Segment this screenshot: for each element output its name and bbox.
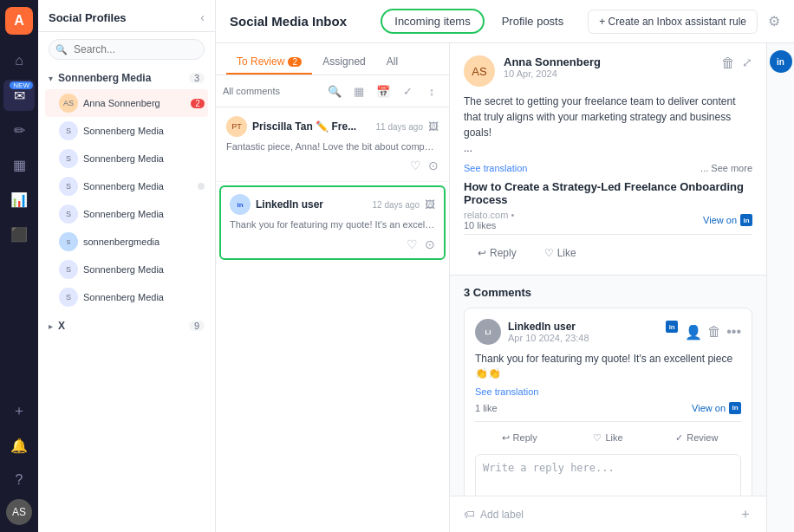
delete-post-icon[interactable]: 🗑 (721, 55, 735, 71)
like-action-icon[interactable]: ♡ (410, 159, 421, 172)
right-panel: in (766, 43, 794, 532)
message-avatar: PT (226, 116, 247, 137)
post-link-meta: relato.com • 10 likes (464, 210, 514, 230)
inbox-message-2[interactable]: in LinkedIn user 12 days ago 🖼 Thank you… (219, 185, 446, 259)
linkedin-badge-icon: in (740, 214, 752, 226)
sidebar-item-anna-sonnenberg[interactable]: AS Anna Sonnenberg 2 (45, 89, 208, 117)
comments-title: 3 Comments (464, 286, 752, 299)
post-author-avatar: AS (464, 55, 495, 87)
message-header: in LinkedIn user 12 days ago 🖼 (230, 194, 435, 215)
post-author-name: Anna Sonnenberg (504, 55, 601, 68)
linkedin-profile-icon[interactable]: in (770, 50, 792, 73)
comment-meta-row: See translation (475, 386, 741, 397)
comment-view-on-linkedin[interactable]: View on in (692, 402, 741, 414)
message-author: LinkedIn user (256, 198, 368, 211)
main-content: Social Media Inbox Incoming items Profil… (216, 0, 794, 532)
reply-box: 💬 😊 Send (475, 454, 741, 496)
home-nav-icon[interactable]: ⌂ (3, 45, 35, 76)
analytics-nav-icon[interactable]: 📊 (3, 184, 35, 215)
image-indicator-icon: 🖼 (425, 198, 435, 211)
linkedin-badge-icon: in (666, 321, 678, 333)
image-filter-icon[interactable]: ▦ (348, 81, 369, 101)
inbox-badge: NEW (10, 81, 33, 89)
tab-incoming-items[interactable]: Incoming items (381, 9, 484, 34)
comment-right-actions: 👤 🗑 ••• (685, 324, 741, 341)
sidebar-group-x: ▸ X 9 (38, 315, 215, 337)
bell-nav-icon[interactable]: 🔔 (3, 430, 35, 461)
tab-all[interactable]: All (376, 50, 408, 75)
like-action-icon[interactable]: ♡ (407, 237, 418, 251)
comment-more-icon[interactable]: ••• (726, 324, 741, 340)
post-text: The secret to getting your freelance tea… (464, 94, 752, 156)
search-input[interactable] (49, 39, 205, 60)
sidebar-item-sonnenberg-5[interactable]: s sonnenbergmedia (45, 228, 208, 256)
comment-assign-icon[interactable]: 👤 (685, 324, 702, 341)
comment-translate-link[interactable]: See translation (475, 386, 538, 397)
comment-date: Apr 10 2024, 23:48 (508, 333, 678, 343)
x-group-header[interactable]: ▸ X 9 (45, 315, 208, 337)
inbox-nav-icon[interactable]: ✉ NEW (3, 80, 35, 111)
reply-icon: ↩ (502, 432, 510, 444)
message-author: Priscilla Tan ✏️ Fre... (252, 120, 371, 133)
post-header: AS Anna Sonnenberg 10 Apr, 2024 (464, 55, 601, 87)
reply-input[interactable] (483, 462, 733, 496)
check-action-icon[interactable]: ⊙ (428, 159, 439, 172)
comment-name-row: LinkedIn user in (508, 321, 678, 333)
sidebar-item-avatar: S (59, 121, 78, 140)
search-filter-icon[interactable]: 🔍 (324, 81, 345, 101)
add-label-text[interactable]: Add label (480, 509, 733, 521)
sidebar-item-sonnenberg-6[interactable]: S Sonnenberg Media (45, 256, 208, 283)
linkedin-badge-icon: in (729, 402, 741, 414)
sort-filter-icon[interactable]: ↕ (421, 81, 442, 101)
tab-to-review[interactable]: To Review 2 (226, 50, 312, 75)
sidebar-item-sonnenberg-2[interactable]: S Sonnenberg Media (45, 145, 208, 172)
monitor-nav-icon[interactable]: ⬛ (3, 218, 35, 250)
see-translation-link[interactable]: See translation (464, 163, 527, 173)
inbox-message-1[interactable]: PT Priscilla Tan ✏️ Fre... 11 days ago 🖼… (216, 107, 449, 182)
message-text: Fantastic piece, Anna! Love the bit abou… (226, 140, 439, 153)
sidebar-item-sonnenberg-7[interactable]: S Sonnenberg Media (45, 283, 208, 311)
tab-assigned[interactable]: Assigned (312, 50, 375, 75)
sonnenberg-group-header[interactable]: ▾ Sonnenberg Media 3 (45, 67, 208, 89)
compose-nav-icon[interactable]: ✏ (3, 114, 35, 146)
expand-icon[interactable]: ⤢ (742, 55, 752, 69)
app-logo: A (5, 7, 33, 35)
sidebar-collapse-icon[interactable]: ‹ (200, 10, 205, 24)
image-indicator-icon: 🖼 (428, 120, 439, 133)
sidebar-item-sonnenberg-1[interactable]: S Sonnenberg Media (45, 117, 208, 145)
calendar-nav-icon[interactable]: ▦ (3, 149, 35, 180)
check-filter-icon[interactable]: ✓ (397, 81, 418, 101)
chevron-down-icon: ▾ (49, 74, 53, 83)
comment-header: LI LinkedIn user in Apr 10 2024, 23:48 👤… (475, 319, 741, 345)
comment-card-1: LI LinkedIn user in Apr 10 2024, 23:48 👤… (464, 308, 752, 496)
comment-delete-icon[interactable]: 🗑 (707, 324, 721, 340)
user-avatar[interactable]: AS (6, 499, 32, 525)
help-nav-icon[interactable]: ? (3, 464, 35, 496)
see-more-link[interactable]: ... See more (700, 163, 752, 173)
comment-reply-button[interactable]: ↩ Reply (475, 429, 563, 447)
label-icon: 🏷 (464, 508, 475, 521)
add-nav-icon[interactable]: ＋ (3, 395, 35, 426)
check-action-icon[interactable]: ⊙ (425, 237, 435, 251)
settings-icon[interactable]: ⚙ (768, 13, 780, 29)
left-navigation: A ⌂ ✉ NEW ✏ ▦ 📊 ⬛ ＋ 🔔 ? AS (0, 0, 38, 532)
post-like-button[interactable]: ♡ Like (530, 243, 590, 263)
to-review-count: 2 (288, 57, 302, 67)
calendar-filter-icon[interactable]: 📅 (373, 81, 394, 101)
comment-review-button[interactable]: ✓ Review (653, 429, 741, 447)
comment-like-button[interactable]: ♡ Like (563, 429, 652, 447)
message-actions: ♡ ⊙ (230, 237, 435, 251)
post-link-title: How to Create a Strategy-Led Freelance O… (464, 180, 752, 206)
add-label-plus-icon[interactable]: ＋ (739, 505, 752, 523)
view-on-linkedin-link[interactable]: View on in (703, 214, 752, 226)
main-title: Social Media Inbox (230, 14, 370, 29)
sidebar-item-sonnenberg-3[interactable]: S Sonnenberg Media (45, 172, 208, 200)
sidebar-item-sonnenberg-4[interactable]: S Sonnenberg Media (45, 200, 208, 228)
create-rule-button[interactable]: + Create an Inbox assistant rule (588, 10, 758, 34)
tab-profile-posts[interactable]: Profile posts (488, 9, 578, 34)
content-area: To Review 2 Assigned All All comments 🔍 … (216, 43, 794, 532)
post-reply-button[interactable]: ↩ Reply (464, 243, 530, 263)
sidebar-item-label: Sonnenberg Media (83, 181, 192, 191)
inbox-list: To Review 2 Assigned All All comments 🔍 … (216, 43, 450, 532)
sidebar-item-label: Sonnenberg Media (83, 153, 205, 164)
